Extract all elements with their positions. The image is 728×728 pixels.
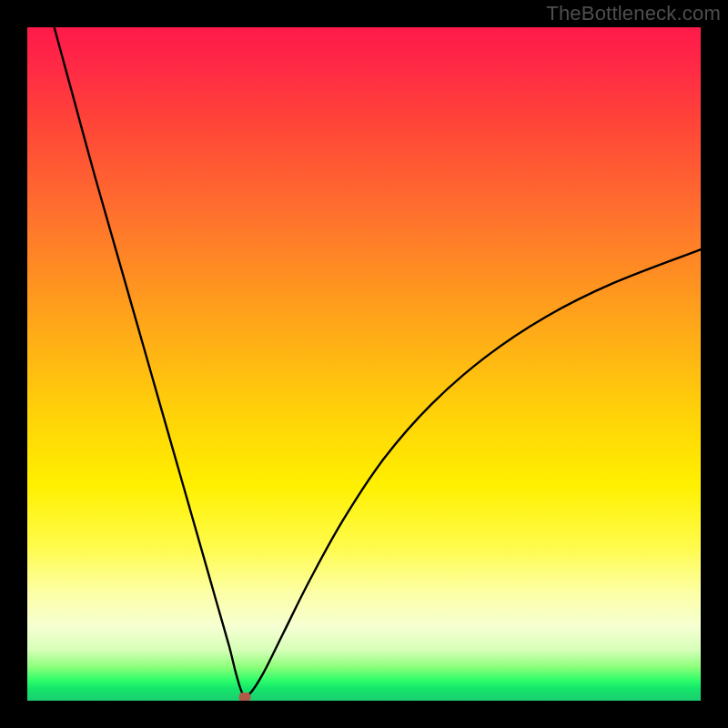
watermark-label: TheBottleneck.com <box>546 2 721 25</box>
plot-area <box>27 27 701 701</box>
chart-frame: TheBottleneck.com <box>0 0 728 728</box>
curve-layer <box>27 27 701 701</box>
bottleneck-curve <box>55 27 701 697</box>
optimum-marker <box>239 693 251 701</box>
